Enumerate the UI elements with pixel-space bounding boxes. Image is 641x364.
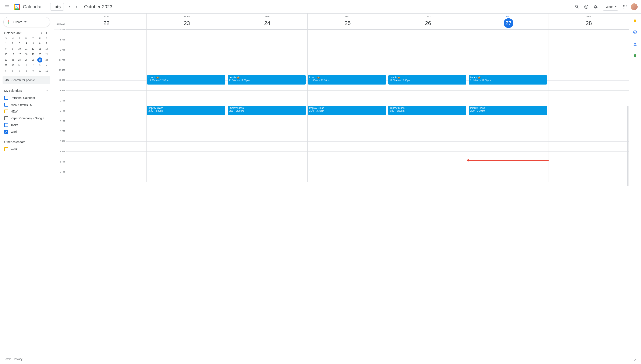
calendar-toggle[interactable]: Tasks	[3, 122, 50, 128]
privacy-link[interactable]: Privacy	[14, 358, 22, 360]
event[interactable]: Improv Class2:30 – 3:30pm	[228, 106, 306, 115]
mini-day-cell[interactable]: 2	[10, 41, 15, 46]
mini-day-cell[interactable]: 17	[17, 52, 22, 57]
day-number[interactable]: 25	[343, 18, 352, 28]
event[interactable]: Lunch 🍲11:30am – 12:30pm	[228, 75, 306, 84]
mini-day-cell[interactable]: 9	[10, 46, 15, 52]
settings-button[interactable]	[591, 2, 600, 11]
day-column-header[interactable]: SUN22	[66, 14, 147, 29]
mini-day-cell[interactable]: 13	[37, 46, 43, 52]
checkbox-icon[interactable]	[4, 116, 8, 120]
support-button[interactable]	[582, 2, 590, 11]
mini-day-cell[interactable]: 10	[37, 68, 43, 74]
plus-icon[interactable]	[40, 140, 44, 144]
mini-day-cell[interactable]: 15	[4, 52, 9, 57]
day-number[interactable]: 22	[102, 18, 111, 28]
mini-day-cell[interactable]: 4	[24, 41, 29, 46]
mini-day-cell[interactable]: 5	[4, 68, 9, 74]
maps-button[interactable]	[631, 52, 639, 60]
day-number[interactable]: 27	[504, 18, 513, 28]
search-button[interactable]	[573, 2, 581, 11]
mini-day-cell[interactable]: 31	[17, 63, 22, 68]
mini-day-cell[interactable]: 21	[44, 52, 49, 57]
event[interactable]: Improv Class2:30 – 3:30pm	[147, 106, 225, 115]
mini-day-cell[interactable]: 11	[24, 46, 29, 52]
mini-day-cell[interactable]: 1	[24, 63, 29, 68]
mini-day-cell[interactable]: 8	[4, 46, 9, 52]
checkbox-icon[interactable]	[4, 130, 8, 134]
event[interactable]: Lunch 🍲11:30am – 12:30pm	[469, 75, 547, 84]
checkbox-icon[interactable]	[4, 96, 8, 100]
event[interactable]: Lunch 🍲11:30am – 12:30pm	[308, 75, 386, 84]
calendar-toggle[interactable]: Work	[3, 146, 50, 152]
calendar-toggle[interactable]: Work	[3, 128, 50, 135]
mini-day-cell[interactable]: 26	[31, 58, 36, 62]
checkbox-icon[interactable]	[4, 103, 8, 106]
create-button[interactable]: Create	[4, 17, 50, 27]
mini-day-cell[interactable]: 8	[24, 68, 29, 74]
today-button[interactable]: Today	[50, 3, 64, 10]
event[interactable]: Lunch 🍲11:30am – 12:30pm	[388, 75, 466, 84]
mini-day-cell[interactable]: 27	[37, 58, 43, 62]
day-column[interactable]: Lunch 🍲11:30am – 12:30pmImprov Class2:30…	[468, 30, 548, 182]
day-column-header[interactable]: SAT28	[548, 14, 629, 29]
mini-day-cell[interactable]: 1	[4, 41, 9, 46]
mini-day-cell[interactable]: 16	[10, 52, 15, 57]
mini-day-cell[interactable]: 6	[37, 41, 43, 46]
checkbox-icon[interactable]	[4, 110, 8, 113]
addons-button[interactable]	[631, 70, 639, 78]
mini-day-cell[interactable]: 20	[37, 52, 43, 57]
mini-day-cell[interactable]: 10	[17, 46, 22, 52]
day-column[interactable]: Lunch 🍲11:30am – 12:30pmImprov Class2:30…	[227, 30, 307, 182]
day-column[interactable]	[548, 30, 629, 182]
mini-day-cell[interactable]: 11	[44, 68, 49, 74]
event[interactable]: Improv Class2:30 – 3:30pm	[388, 106, 466, 115]
day-column[interactable]: Lunch 🍲11:30am – 12:30pmImprov Class2:30…	[388, 30, 468, 182]
day-column-header[interactable]: WED25	[307, 14, 388, 29]
mini-prev-month[interactable]	[39, 30, 44, 36]
mini-day-cell[interactable]: 3	[17, 41, 22, 46]
scrollbar[interactable]	[627, 106, 628, 186]
my-calendars-header[interactable]: My calendars	[3, 88, 50, 94]
mini-day-cell[interactable]: 7	[44, 41, 49, 46]
mini-day-cell[interactable]: 23	[10, 58, 15, 62]
view-switcher[interactable]: Week	[603, 3, 618, 10]
calendar-toggle[interactable]: MANY EVENTS	[3, 101, 50, 108]
google-apps-button[interactable]	[621, 2, 629, 11]
next-week-button[interactable]	[73, 4, 80, 10]
mini-next-month[interactable]	[44, 30, 49, 36]
day-column[interactable]: Lunch 🍲11:30am – 12:30pmImprov Class2:30…	[147, 30, 227, 182]
mini-day-cell[interactable]: 3	[37, 63, 43, 68]
day-column-header[interactable]: FRI27	[468, 14, 548, 29]
terms-link[interactable]: Terms	[4, 358, 11, 360]
calendar-toggle[interactable]: Personal Calendar	[3, 94, 50, 101]
main-menu-button[interactable]	[2, 2, 12, 12]
contacts-button[interactable]	[631, 40, 639, 48]
mini-day-cell[interactable]: 12	[31, 46, 36, 52]
search-people-input[interactable]: Search for people	[3, 76, 50, 84]
event[interactable]: Improv Class2:30 – 3:30pm	[469, 106, 547, 115]
mini-day-cell[interactable]: 5	[31, 41, 36, 46]
event[interactable]: Improv Class2:30 – 3:30pm	[308, 106, 386, 115]
mini-day-cell[interactable]: 19	[31, 52, 36, 57]
day-number[interactable]: 28	[584, 18, 594, 28]
mini-day-cell[interactable]: 14	[44, 46, 49, 52]
day-column-header[interactable]: TUE24	[227, 14, 307, 29]
event[interactable]: Lunch 🍲11:30am – 12:30pm	[147, 75, 225, 84]
mini-day-cell[interactable]: 2	[31, 63, 36, 68]
mini-day-cell[interactable]: 7	[17, 68, 22, 74]
day-number[interactable]: 26	[423, 18, 433, 28]
mini-day-cell[interactable]: 24	[17, 58, 22, 62]
mini-day-cell[interactable]: 29	[4, 63, 9, 68]
calendar-toggle[interactable]: Paper Company - Google	[3, 115, 50, 122]
tasks-button[interactable]	[631, 28, 639, 36]
keep-button[interactable]	[631, 16, 639, 24]
grid-scroll[interactable]: 7 AM8 AM9 AM10 AM11 AM12 PM1 PM2 PM3 PM4…	[54, 30, 629, 364]
mini-day-cell[interactable]: 30	[10, 63, 15, 68]
collapse-side-panel[interactable]	[631, 356, 639, 364]
day-number[interactable]: 23	[182, 18, 192, 28]
mini-day-cell[interactable]: 25	[24, 58, 29, 62]
mini-day-cell[interactable]: 22	[4, 58, 9, 62]
day-column-header[interactable]: THU26	[388, 14, 468, 29]
day-column-header[interactable]: MON23	[147, 14, 227, 29]
